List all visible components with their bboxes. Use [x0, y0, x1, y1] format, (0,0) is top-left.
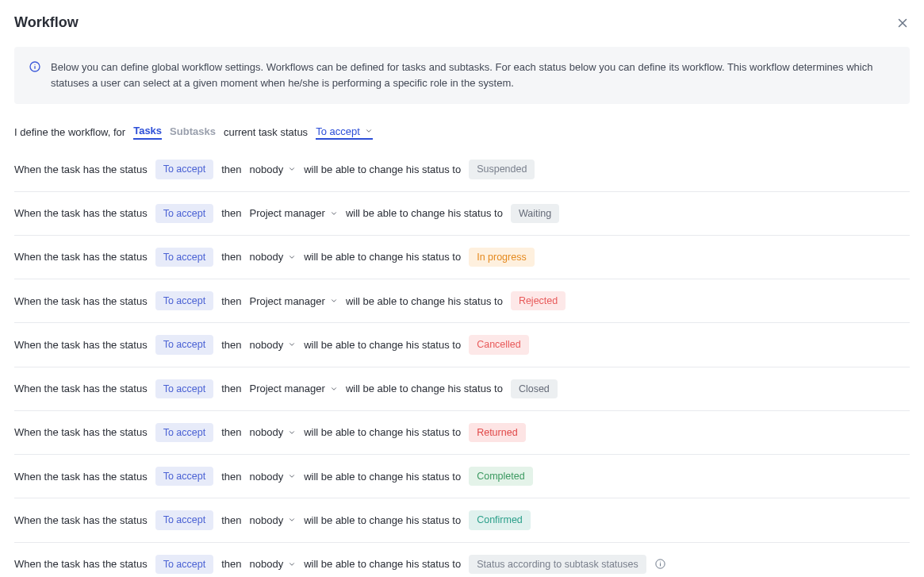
rule-prefix: When the task has the status [14, 295, 148, 307]
status-badge-target: Confirmed [469, 510, 531, 529]
rule-prefix: When the task has the status [14, 251, 148, 263]
define-row: I define the workflow, for Tasks Subtask… [14, 125, 910, 140]
rule-prefix: When the task has the status [14, 339, 148, 351]
role-select[interactable]: Project manager [249, 383, 337, 394]
status-badge-from: To accept [155, 510, 214, 529]
role-select[interactable]: nobody [249, 339, 296, 351]
role-label: Project manager [249, 383, 324, 394]
rule-then: then [221, 514, 241, 526]
rule-suffix: will be able to change his status to [304, 558, 461, 570]
status-dropdown[interactable]: To accept [316, 125, 373, 140]
chevron-down-icon [330, 210, 338, 217]
chevron-down-icon [288, 340, 296, 348]
rule-then: then [221, 426, 241, 438]
rule-suffix: will be able to change his status to [346, 207, 503, 219]
role-select[interactable]: Project manager [249, 207, 337, 219]
role-label: Project manager [249, 207, 324, 219]
rule-then: then [221, 207, 241, 219]
role-label: Project manager [249, 295, 324, 307]
rule-row: When the task has the statusTo acceptthe… [14, 543, 910, 577]
page-title: Workflow [14, 14, 79, 31]
info-text: Below you can define global workflow set… [51, 60, 895, 91]
define-mid: current task status [224, 126, 308, 138]
rule-row: When the task has the statusTo acceptthe… [14, 411, 910, 455]
status-badge-from: To accept [155, 160, 214, 179]
rule-then: then [221, 471, 241, 483]
status-badge-target: Closed [511, 379, 558, 398]
rule-prefix: When the task has the status [14, 383, 148, 394]
rule-then: then [221, 251, 241, 263]
role-select[interactable]: nobody [249, 514, 296, 526]
role-label: nobody [249, 558, 283, 570]
status-badge-from: To accept [155, 555, 214, 574]
rule-suffix: will be able to change his status to [304, 514, 461, 526]
role-select[interactable]: nobody [249, 558, 296, 570]
role-label: nobody [249, 514, 283, 526]
rule-prefix: When the task has the status [14, 558, 148, 570]
close-icon[interactable] [895, 16, 910, 30]
status-badge-target: Status according to subtask statuses [469, 555, 646, 574]
chevron-down-icon [330, 385, 338, 393]
status-badge-target: Rejected [511, 291, 566, 310]
define-prefix: I define the workflow, for [14, 126, 125, 138]
rule-prefix: When the task has the status [14, 426, 148, 438]
rule-then: then [221, 383, 241, 394]
rule-suffix: will be able to change his status to [304, 251, 461, 263]
role-select[interactable]: Project manager [249, 295, 337, 307]
rule-suffix: will be able to change his status to [304, 426, 461, 438]
svg-point-2 [34, 64, 35, 65]
role-select[interactable]: nobody [249, 471, 296, 483]
status-badge-target: Returned [469, 423, 525, 442]
rule-row: When the task has the statusTo acceptthe… [14, 192, 910, 236]
rule-suffix: will be able to change his status to [346, 383, 503, 394]
status-badge-from: To accept [155, 379, 214, 398]
tab-tasks[interactable]: Tasks [133, 125, 162, 140]
rule-row: When the task has the statusTo acceptthe… [14, 279, 910, 323]
rule-prefix: When the task has the status [14, 471, 148, 483]
status-badge-from: To accept [155, 335, 214, 354]
rule-row: When the task has the statusTo acceptthe… [14, 455, 910, 498]
info-banner: Below you can define global workflow set… [14, 47, 910, 104]
role-select[interactable]: nobody [249, 426, 296, 438]
info-icon [29, 60, 41, 73]
chevron-down-icon [288, 253, 296, 261]
status-badge-from: To accept [155, 204, 214, 223]
role-label: nobody [249, 163, 283, 175]
role-label: nobody [249, 251, 283, 263]
rule-row: When the task has the statusTo acceptthe… [14, 367, 910, 411]
status-badge-target: In progress [469, 248, 535, 267]
rule-prefix: When the task has the status [14, 207, 148, 219]
rule-suffix: will be able to change his status to [304, 163, 461, 175]
rule-suffix: will be able to change his status to [304, 339, 461, 351]
chevron-down-icon [365, 127, 373, 135]
tab-subtasks[interactable]: Subtasks [170, 125, 216, 139]
chevron-down-icon [288, 472, 296, 480]
svg-point-5 [660, 562, 661, 563]
role-label: nobody [249, 426, 283, 438]
rule-suffix: will be able to change his status to [346, 295, 503, 307]
rule-suffix: will be able to change his status to [304, 471, 461, 483]
status-badge-target: Suspended [469, 160, 535, 179]
chevron-down-icon [288, 516, 296, 524]
status-badge-from: To accept [155, 423, 214, 442]
rule-prefix: When the task has the status [14, 163, 148, 175]
rule-row: When the task has the statusTo acceptthe… [14, 498, 910, 542]
rule-then: then [221, 163, 241, 175]
status-badge-target: Cancelled [469, 335, 529, 354]
rule-then: then [221, 339, 241, 351]
status-selected-label: To accept [316, 125, 360, 137]
chevron-down-icon [330, 297, 338, 305]
rule-row: When the task has the statusTo acceptthe… [14, 148, 910, 191]
status-badge-target: Completed [469, 467, 532, 486]
status-badge-from: To accept [155, 291, 214, 310]
rule-row: When the task has the statusTo acceptthe… [14, 323, 910, 367]
chevron-down-icon [288, 429, 296, 437]
role-select[interactable]: nobody [249, 163, 296, 175]
status-badge-from: To accept [155, 467, 214, 486]
rule-prefix: When the task has the status [14, 514, 148, 526]
info-icon[interactable] [654, 558, 666, 570]
chevron-down-icon [288, 560, 296, 568]
role-label: nobody [249, 471, 283, 483]
role-select[interactable]: nobody [249, 251, 296, 263]
rule-then: then [221, 558, 241, 570]
